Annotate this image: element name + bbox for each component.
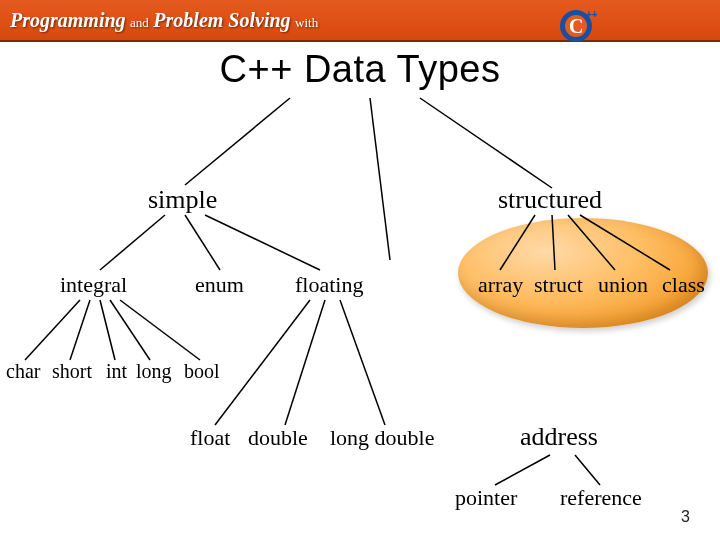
slide-title: C++ Data Types <box>0 48 720 91</box>
svg-text:++: ++ <box>586 9 598 20</box>
node-pointer: pointer <box>455 485 517 511</box>
node-short: short <box>52 360 92 383</box>
svg-line-5 <box>370 98 390 260</box>
header-programming: Programming <box>10 9 126 31</box>
node-floating: floating <box>295 272 363 298</box>
node-double: double <box>248 425 308 451</box>
svg-line-21 <box>340 300 385 425</box>
header-with: with <box>295 15 318 30</box>
node-simple: simple <box>148 185 217 215</box>
node-long: long <box>136 360 172 383</box>
node-long-double: long double <box>330 425 435 451</box>
node-structured: structured <box>498 185 602 215</box>
svg-line-7 <box>100 215 165 270</box>
node-class: class <box>662 272 705 298</box>
svg-text:C: C <box>569 15 583 37</box>
header-text: Programming and Problem Solving with <box>10 9 318 32</box>
svg-line-22 <box>495 455 550 485</box>
node-char: char <box>6 360 40 383</box>
slide-number: 3 <box>681 508 690 526</box>
node-reference: reference <box>560 485 642 511</box>
svg-line-17 <box>110 300 150 360</box>
svg-line-9 <box>205 215 320 270</box>
svg-line-14 <box>25 300 80 360</box>
node-bool: bool <box>184 360 220 383</box>
node-enum: enum <box>195 272 244 298</box>
cpp-logo-icon: C ++ <box>556 4 600 48</box>
svg-line-15 <box>70 300 90 360</box>
header-problem-solving: Problem Solving <box>153 9 290 31</box>
svg-line-16 <box>100 300 115 360</box>
slide-header: Programming and Problem Solving with C +… <box>0 0 720 42</box>
header-and: and <box>130 15 149 30</box>
svg-line-8 <box>185 215 220 270</box>
node-union: union <box>598 272 648 298</box>
svg-line-18 <box>120 300 200 360</box>
svg-line-4 <box>185 98 290 185</box>
node-float: float <box>190 425 230 451</box>
node-array: array <box>478 272 523 298</box>
node-address: address <box>520 422 598 452</box>
svg-line-19 <box>215 300 310 425</box>
node-int: int <box>106 360 127 383</box>
node-integral: integral <box>60 272 127 298</box>
svg-line-23 <box>575 455 600 485</box>
node-struct: struct <box>534 272 583 298</box>
svg-line-6 <box>420 98 552 188</box>
svg-line-20 <box>285 300 325 425</box>
